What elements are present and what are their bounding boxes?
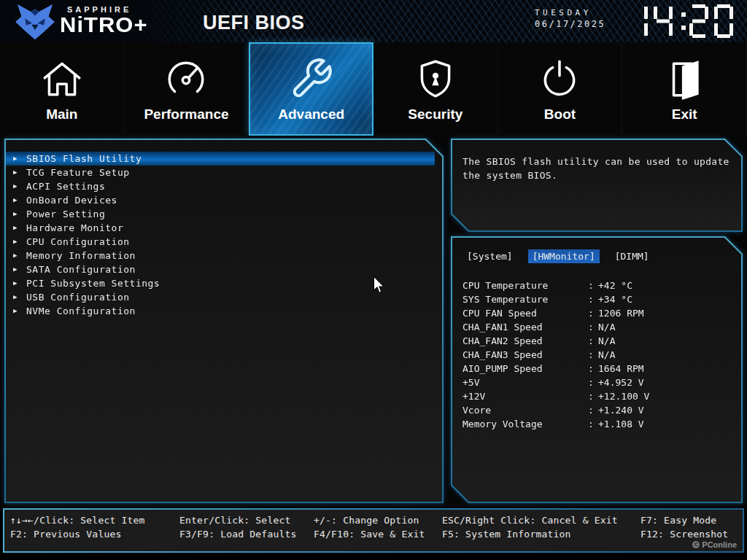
monitor-rows: CPU Temperature:+42 °CSYS Temperature:+3… — [462, 279, 735, 431]
monitor-value: 1206 RPM — [598, 308, 644, 319]
tab-boot[interactable]: Boot — [498, 42, 623, 136]
shortcut-hint: ↑↓→←/Click: Select Item — [10, 515, 179, 529]
menu-item-cpu-configuration[interactable]: ▶CPU Configuration — [6, 235, 435, 249]
tab-performance[interactable]: Performance — [125, 42, 249, 136]
seven-segment-time — [629, 4, 739, 38]
home-icon — [39, 56, 85, 101]
monitor-row: CHA_FAN2 Speed:N/A — [462, 334, 735, 348]
monitor-value: +12.100 V — [598, 391, 649, 402]
monitor-value: +34 °C — [598, 294, 632, 305]
help-line: The SBIOS flash utility can be used to u… — [462, 155, 732, 168]
menu-item-tcg-feature-setup[interactable]: ▶TCG Feature Setup — [6, 166, 435, 179]
submenu-arrow-icon: ▶ — [13, 308, 26, 314]
submenu-arrow-icon: ▶ — [13, 252, 26, 259]
pconline-icon: C — [692, 541, 700, 548]
power-icon — [537, 56, 582, 101]
monitor-value: N/A — [598, 322, 615, 332]
tab-label: Exit — [672, 106, 697, 122]
monitor-label: Memory Voltage — [462, 419, 588, 429]
submenu-arrow-icon: ▶ — [13, 294, 26, 300]
monitor-label: AIO_PUMP Speed — [462, 363, 588, 374]
submenu-arrow-icon: ▶ — [13, 225, 26, 231]
menu-item-usb-configuration[interactable]: ▶USB Configuration — [6, 290, 435, 304]
menu-item-label: Power Setting — [26, 209, 105, 219]
monitor-label: CPU Temperature — [462, 280, 588, 291]
menu-item-label: PCI Subsystem Settings — [26, 278, 160, 289]
menu-item-label: SBIOS Flash Utility — [26, 153, 142, 164]
menu-item-power-setting[interactable]: ▶Power Setting — [6, 207, 435, 221]
submenu-arrow-icon: ▶ — [13, 155, 26, 162]
watermark: C PConline — [692, 540, 737, 549]
menu-item-label: Memory Information — [26, 250, 136, 261]
help-line: the system BIOS. — [462, 168, 732, 182]
submenu-arrow-icon: ▶ — [13, 183, 26, 190]
monitor-row: CHA_FAN1 Speed:N/A — [462, 320, 735, 334]
menu-item-label: SATA Configuration — [26, 264, 136, 275]
exit-door-icon — [662, 56, 707, 101]
monitor-row: Memory Voltage:+1.108 V — [462, 417, 735, 431]
shield-lock-icon — [413, 56, 458, 101]
submenu-arrow-icon: ▶ — [13, 197, 26, 203]
monitor-label: CHA_FAN1 Speed — [462, 322, 588, 332]
submenu-arrow-icon: ▶ — [13, 169, 26, 176]
speedometer-icon — [163, 56, 209, 101]
monitor-label: SYS Temperature — [462, 294, 588, 305]
mouse-cursor-icon — [371, 276, 387, 294]
submenu-arrow-icon: ▶ — [13, 266, 26, 273]
date-text: 06/17/2025 — [535, 18, 627, 30]
watermark-text: PConline — [702, 540, 737, 549]
date-display: TUESDAY 06/17/2025 — [535, 7, 627, 30]
menu-item-pci-subsystem-settings[interactable]: ▶PCI Subsystem Settings — [6, 276, 435, 290]
tab-label: Main — [46, 106, 77, 122]
monitor-tab-hwmonitor[interactable]: [HWMonitor] — [528, 249, 600, 263]
weekday-text: TUESDAY — [535, 7, 627, 18]
submenu-arrow-icon: ▶ — [13, 238, 26, 245]
tab-security[interactable]: Security — [374, 42, 498, 136]
tab-advanced[interactable]: Advanced — [249, 42, 374, 136]
header-bar: SAPPHIRE NiTRO+ UEFI BIOS TUESDAY 06/17/… — [0, 0, 747, 42]
shortcut-hint: Enter/Click: Select — [179, 515, 314, 529]
shortcut-hint: F5: System Information — [442, 529, 640, 542]
menu-item-label: TCG Feature Setup — [26, 167, 130, 178]
monitor-label: CHA_FAN3 Speed — [462, 349, 588, 360]
menu-item-acpi-settings[interactable]: ▶ACPI Settings — [6, 179, 435, 193]
monitor-label: Vcore — [462, 405, 588, 416]
menu-item-hardware-monitor[interactable]: ▶Hardware Monitor — [6, 221, 435, 235]
menu-item-onboard-devices[interactable]: ▶OnBoard Devices — [6, 193, 435, 207]
help-text: The SBIOS flash utility can be used to u… — [462, 155, 732, 182]
monitor-label: +12V — [462, 391, 588, 402]
menu-item-sbios-flash-utility[interactable]: ▶SBIOS Flash Utility — [6, 152, 435, 166]
monitor-value: +42 °C — [598, 280, 632, 291]
monitor-label: CPU FAN Speed — [462, 308, 588, 319]
submenu-arrow-icon: ▶ — [13, 211, 26, 217]
tab-label: Advanced — [278, 106, 344, 122]
monitor-row: Vcore:+1.240 V — [462, 403, 735, 417]
menu-item-label: OnBoard Devices — [26, 195, 117, 206]
tab-main[interactable]: Main — [0, 42, 125, 136]
hardware-monitor-panel: [System][HWMonitor][DIMM] CPU Temperatur… — [451, 236, 743, 503]
monitor-tab-dimm[interactable]: [DIMM] — [611, 249, 654, 263]
menu-item-label: USB Configuration — [26, 292, 130, 303]
menu-item-memory-information[interactable]: ▶Memory Information — [6, 249, 435, 262]
menu-item-sata-configuration[interactable]: ▶SATA Configuration — [6, 262, 435, 276]
shortcut-hint: F7: Easy Mode — [640, 515, 740, 529]
tab-label: Performance — [144, 106, 228, 122]
monitor-tabs: [System][HWMonitor][DIMM] — [462, 249, 654, 263]
monitor-tab-system[interactable]: [System] — [462, 249, 517, 263]
menu-item-label: ACPI Settings — [26, 181, 105, 192]
monitor-row: CHA_FAN3 Speed:N/A — [462, 348, 735, 362]
clock-display — [629, 4, 739, 38]
nav-tabs: MainPerformanceAdvancedSecurityBootExit — [0, 42, 747, 136]
menu-item-label: NVMe Configuration — [26, 306, 136, 316]
monitor-value: N/A — [598, 349, 615, 360]
content-area: ▶SBIOS Flash Utility▶TCG Feature Setup▶A… — [0, 136, 747, 508]
menu-item-label: CPU Configuration — [26, 236, 130, 247]
tab-exit[interactable]: Exit — [622, 42, 747, 136]
shortcut-hint: F2: Previous Values — [10, 529, 179, 542]
menu-item-label: Hardware Monitor — [26, 222, 123, 233]
tab-label: Security — [408, 106, 462, 122]
monitor-value: N/A — [598, 335, 615, 346]
settings-menu-list: ▶SBIOS Flash Utility▶TCG Feature Setup▶A… — [6, 152, 435, 318]
menu-item-nvme-configuration[interactable]: ▶NVMe Configuration — [6, 304, 435, 318]
monitor-value: 1664 RPM — [598, 363, 644, 374]
